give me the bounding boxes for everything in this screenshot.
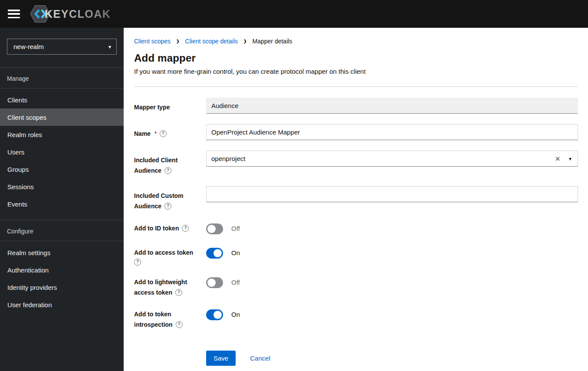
form-actions-row: Save Cancel xyxy=(134,351,578,366)
included-client-audience-input[interactable] xyxy=(207,155,552,162)
sidebar-item-events[interactable]: Events xyxy=(0,195,124,213)
add-to-access-token-row: Add to access token ? On xyxy=(134,246,578,266)
breadcrumb-separator-icon: ❯ xyxy=(243,39,247,43)
included-custom-audience-label: Included Custom Audience ? xyxy=(134,186,206,211)
add-to-token-introspection-label: Add to token introspection ? xyxy=(134,308,206,330)
add-to-lightweight-access-token-label: Add to lightweight access token ? xyxy=(134,276,206,298)
sidebar: new-realm ▾ Manage Clients Client scopes… xyxy=(0,28,124,371)
breadcrumb-mapper-details: Mapper details xyxy=(253,38,292,45)
content-divider xyxy=(134,86,578,87)
breadcrumb-client-scopes[interactable]: Client scopes xyxy=(134,38,171,45)
sidebar-item-groups[interactable]: Groups xyxy=(0,161,124,178)
switch-knob xyxy=(214,311,222,319)
add-to-lightweight-access-token-row: Add to lightweight access token ? Off xyxy=(134,276,578,298)
top-bar: KEYCLOAK xyxy=(0,0,588,28)
breadcrumb-client-scope-details[interactable]: Client scope details xyxy=(185,38,238,45)
mapper-type-label: Mapper type xyxy=(134,98,206,114)
sidebar-item-realm-roles[interactable]: Realm roles xyxy=(0,126,124,143)
cancel-button[interactable]: Cancel xyxy=(250,355,270,362)
help-icon[interactable]: ? xyxy=(182,225,189,232)
included-client-audience-combobox[interactable]: ✕ ▾ xyxy=(206,151,578,167)
add-to-lightweight-access-token-switch[interactable] xyxy=(206,277,223,288)
help-icon[interactable]: ? xyxy=(175,289,182,296)
add-to-lightweight-access-token-state: Off xyxy=(231,277,240,286)
add-to-token-introspection-row: Add to token introspection ? On xyxy=(134,308,578,330)
add-to-token-introspection-switch[interactable] xyxy=(206,309,223,320)
name-row: Name * ? xyxy=(134,124,578,140)
name-field[interactable] xyxy=(206,124,578,140)
included-client-audience-label: Included Client Audience ? xyxy=(134,151,206,176)
main-content: Client scopes ❯ Client scope details ❯ M… xyxy=(124,28,588,371)
sidebar-item-users[interactable]: Users xyxy=(0,143,124,161)
required-asterisk: * xyxy=(154,128,157,139)
included-client-audience-row: Included Client Audience ? ✕ ▾ xyxy=(134,151,578,176)
save-button[interactable]: Save xyxy=(206,351,236,366)
sidebar-item-client-scopes[interactable]: Client scopes xyxy=(0,108,124,126)
combobox-caret-down-icon[interactable]: ▾ xyxy=(564,156,578,162)
hamburger-menu-icon[interactable] xyxy=(8,10,20,18)
add-to-id-token-row: Add to ID token ? Off xyxy=(134,222,578,234)
sidebar-section-configure: Configure xyxy=(0,220,124,241)
name-label: Name * ? xyxy=(134,124,206,140)
mapper-type-field xyxy=(206,98,578,114)
add-to-access-token-label: Add to access token ? xyxy=(134,246,206,266)
sidebar-item-user-federation[interactable]: User federation xyxy=(0,296,124,313)
switch-knob xyxy=(207,225,216,233)
add-to-id-token-label: Add to ID token ? xyxy=(134,222,206,234)
included-custom-audience-row: Included Custom Audience ? xyxy=(134,186,578,211)
breadcrumb-separator-icon: ❯ xyxy=(176,39,180,43)
logo-text: KEYCLOAK xyxy=(45,8,111,20)
configure-nav-list: Realm settings Authentication Identity p… xyxy=(0,241,124,313)
keycloak-logo-image: KEYCLOAK xyxy=(30,4,113,23)
included-custom-audience-field[interactable] xyxy=(206,186,578,202)
help-icon[interactable]: ? xyxy=(176,321,183,328)
help-icon[interactable]: ? xyxy=(134,259,141,266)
switch-knob xyxy=(207,279,216,287)
caret-down-icon: ▾ xyxy=(108,44,111,50)
add-to-id-token-state: Off xyxy=(231,223,240,232)
page-subtitle: If you want more fine-grain control, you… xyxy=(134,68,578,75)
sidebar-item-realm-settings[interactable]: Realm settings xyxy=(0,244,124,261)
clear-selection-icon[interactable]: ✕ xyxy=(552,155,564,162)
sidebar-section-manage: Manage xyxy=(0,68,124,89)
help-icon[interactable]: ? xyxy=(164,203,171,210)
sidebar-item-clients[interactable]: Clients xyxy=(0,91,124,108)
keycloak-logo: KEYCLOAK xyxy=(30,4,113,23)
sidebar-item-identity-providers[interactable]: Identity providers xyxy=(0,279,124,296)
add-to-id-token-switch[interactable] xyxy=(206,223,223,234)
sidebar-item-authentication[interactable]: Authentication xyxy=(0,261,124,279)
manage-nav-list: Clients Client scopes Realm roles Users … xyxy=(0,89,124,213)
help-icon[interactable]: ? xyxy=(164,167,171,174)
add-mapper-form: Mapper type Name * ? xyxy=(134,98,578,366)
help-icon[interactable]: ? xyxy=(160,130,167,137)
mapper-type-row: Mapper type xyxy=(134,98,578,114)
breadcrumb: Client scopes ❯ Client scope details ❯ M… xyxy=(134,38,578,45)
page-title: Add mapper xyxy=(134,52,578,64)
switch-knob xyxy=(214,249,222,257)
add-to-access-token-state: On xyxy=(231,248,240,256)
realm-selector-area: new-realm ▾ xyxy=(0,28,124,68)
add-to-access-token-switch[interactable] xyxy=(206,248,223,259)
add-to-token-introspection-state: On xyxy=(231,309,240,318)
sidebar-item-sessions[interactable]: Sessions xyxy=(0,178,124,195)
realm-selector[interactable]: new-realm ▾ xyxy=(7,39,117,55)
realm-selector-value: new-realm xyxy=(13,43,44,50)
